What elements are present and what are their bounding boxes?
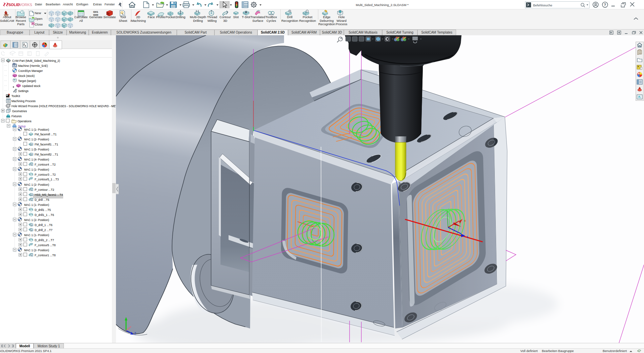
svg-text:CAM-Part (Multi_Sided_Machinin: CAM-Part (Multi_Sided_Machining_2) — [12, 59, 60, 62]
svg-text:Fixtures: Fixtures — [11, 115, 22, 118]
svg-text:FM_facemill1 ...T1: FM_facemill1 ...T1 — [35, 143, 58, 146]
svg-text:Z: Z — [134, 332, 136, 336]
svg-text:MAC 1 (1- Position): MAC 1 (1- Position) — [24, 233, 49, 237]
svg-text:Machine (Hermle_5AE): Machine (Hermle_5AE) — [18, 64, 48, 68]
svg-text:MAC 1 (5- Position): MAC 1 (5- Position) — [24, 148, 49, 151]
svg-text:D_drill_2 ...T7: D_drill_2 ...T7 — [35, 228, 52, 232]
svg-text:Updated stock: Updated stock — [22, 84, 41, 88]
svg-text:z: z — [467, 235, 468, 238]
svg-text:CoordSys Manager: CoordSys Manager — [18, 69, 43, 73]
svg-text:FM_facemill ...T1: FM_facemill ...T1 — [35, 133, 56, 136]
svg-text:MAC 1 (2- Position): MAC 1 (2- Position) — [24, 218, 49, 222]
svg-text:D_drill ...T5: D_drill ...T5 — [35, 198, 49, 202]
svg-text:P_contour3 ...T2: P_contour3 ...T2 — [35, 173, 56, 176]
svg-text:MAC 1 (2- Position): MAC 1 (2- Position) — [24, 138, 49, 141]
svg-text:P_contour ...T2: P_contour ...T2 — [35, 188, 54, 191]
svg-text:Machining Process: Machining Process — [11, 99, 36, 103]
svg-text:Settings: Settings — [18, 89, 29, 93]
svg-text:Open: Open — [35, 17, 42, 20]
svg-text:HSS_MS_faces1 ...T4: HSS_MS_faces1 ...T4 — [35, 193, 63, 196]
svg-text:F_contour5 ...T8: F_contour5 ...T8 — [35, 244, 56, 247]
svg-text:ToolKit: ToolKit — [11, 94, 20, 98]
svg-text:D_drill1_2 ...T7: D_drill1_2 ...T7 — [35, 238, 54, 242]
svg-text:WORKS: WORKS — [18, 3, 32, 7]
svg-text:D_drill1 ...T5: D_drill1 ...T5 — [35, 208, 51, 212]
svg-text:MAC 1 (2- Position): MAC 1 (2- Position) — [24, 249, 49, 252]
svg-text:MAC 1 (1- Position): MAC 1 (1- Position) — [24, 128, 49, 131]
svg-text:Hole Wizard Process (HOLE PROC: Hole Wizard Process (HOLE PROCESSES - SO… — [11, 104, 116, 108]
svg-text:G01: G01 — [93, 10, 98, 13]
svg-text:x: x — [464, 219, 466, 222]
svg-text:Geometries: Geometries — [12, 109, 27, 113]
svg-text:Close: Close — [35, 23, 43, 26]
svg-text:F_contour4 ...T2: F_contour4 ...T2 — [35, 163, 56, 166]
svg-text:Operations: Operations — [17, 120, 32, 123]
svg-text:MAC 1 (1- Position): MAC 1 (1- Position) — [24, 168, 49, 171]
svg-text:Target (target): Target (target) — [18, 79, 36, 83]
svg-text:?: ? — [604, 3, 606, 7]
svg-text:FM_facemill2 ...T1: FM_facemill2 ...T1 — [35, 153, 58, 156]
svg-text:MAC 1 (4- Position): MAC 1 (4- Position) — [24, 158, 49, 161]
svg-text:D_drill1_1 ...T6: D_drill1_1 ...T6 — [35, 213, 54, 217]
svg-text:New: New — [35, 11, 41, 15]
svg-text:D_drill_1 ...T6: D_drill_1 ...T6 — [35, 223, 52, 227]
svg-text:F_contour1 ...T8: F_contour1 ...T8 — [35, 254, 56, 257]
svg-text:Stock (stock): Stock (stock) — [18, 74, 35, 78]
svg-text:MAC 1 (2- Position): MAC 1 (2- Position) — [24, 183, 49, 186]
svg-text:MAC 1 (1- Position): MAC 1 (1- Position) — [24, 203, 49, 207]
svg-text:F_contour5_1 ...T3: F_contour5_1 ...T3 — [35, 178, 59, 181]
